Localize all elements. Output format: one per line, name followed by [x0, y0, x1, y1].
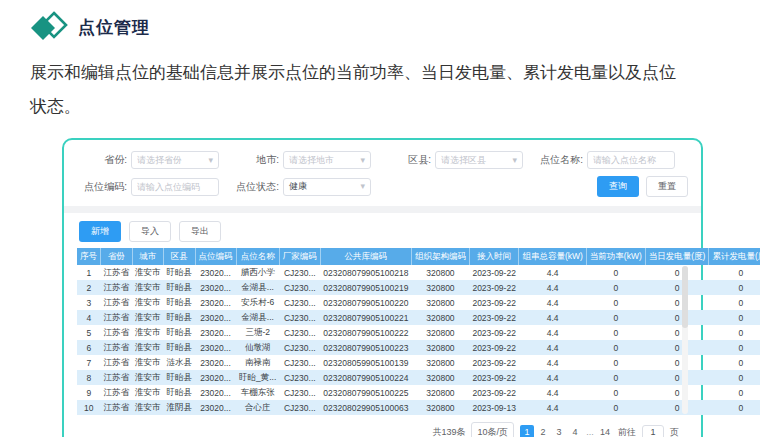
column-header: 接入时间 [469, 248, 518, 265]
table-cell: 023208029905100063 [320, 400, 411, 415]
column-header: 省份 [101, 248, 133, 265]
table-cell: 0 [645, 355, 709, 370]
table-cell: 盱眙县 [164, 310, 196, 325]
table-cell: 2023-09-22 [469, 340, 518, 355]
table-cell: 涟水县 [164, 355, 196, 370]
table-cell: 320800 [411, 340, 469, 355]
table-cell: 江苏省 [101, 280, 133, 295]
page-list: 1234...14 [520, 425, 612, 437]
table-cell: 2023-09-22 [469, 295, 518, 310]
table-cell: 2023-09-22 [469, 310, 518, 325]
city-placeholder: 请选择地市 [289, 154, 360, 167]
column-header: 点位编码 [195, 248, 236, 265]
table-cell: 023208079905100220 [320, 295, 411, 310]
table-cell: CJ230... [279, 280, 320, 295]
table-cell: 5 [77, 325, 101, 340]
chevron-down-icon: ▾ [512, 156, 517, 165]
page-number-2[interactable]: 2 [536, 425, 550, 437]
pagination: 共139条 10条/页 1234...14 前往 页 [77, 422, 688, 437]
column-header: 点位名称 [236, 248, 279, 265]
table-cell: 江苏省 [101, 355, 133, 370]
table-cell: 320800 [411, 265, 469, 280]
table-cell: 盱眙县 [164, 280, 196, 295]
point-code-input[interactable] [131, 178, 219, 196]
province-placeholder: 请选择省份 [137, 154, 208, 167]
table-cell: 淮安市 [132, 340, 164, 355]
column-header: 厂家编码 [279, 248, 320, 265]
column-header: 序号 [77, 248, 101, 265]
table-cell: 9 [77, 385, 101, 400]
table-cell: 0 [709, 280, 760, 295]
search-button[interactable]: 查询 [597, 176, 639, 197]
table-cell: 023208079905100218 [320, 265, 411, 280]
filter-city: 地市: 请选择地市 ▾ [229, 151, 371, 169]
column-header: 城市 [132, 248, 164, 265]
double-diamond-icon [28, 10, 68, 44]
table-cell: 2023-09-13 [469, 400, 518, 415]
table-cell: CJ230... [279, 340, 320, 355]
goto-page-input[interactable] [642, 425, 664, 437]
page-size-select[interactable]: 10条/页 [471, 422, 514, 437]
table-cell: 2023-09-22 [469, 280, 518, 295]
table-cell: 江苏省 [101, 310, 133, 325]
table-cell: 淮安市 [132, 325, 164, 340]
point-name-input[interactable] [587, 151, 675, 169]
column-header: 组织架构编码 [411, 248, 469, 265]
filter-area: 省份: 请选择省份 ▾ 地市: 请选择地市 ▾ 区县: 请选择区县 ▾ 点位名称… [77, 151, 688, 197]
city-label: 地市: [229, 153, 279, 167]
add-button[interactable]: 新增 [79, 221, 121, 242]
district-select[interactable]: 请选择区县 ▾ [435, 151, 523, 169]
table-row: 3江苏省淮安市盱眙县23020...安乐村-6CJ230...023208079… [77, 295, 760, 310]
table-cell: 23020... [195, 295, 236, 310]
table-cell: 023208079905100219 [320, 280, 411, 295]
table-cell: 4.4 [519, 400, 586, 415]
table-cell: 0 [645, 325, 709, 340]
table-cell: 0 [709, 265, 760, 280]
table-cell: 23020... [195, 310, 236, 325]
reset-button[interactable]: 重置 [646, 176, 688, 197]
city-select[interactable]: 请选择地市 ▾ [283, 151, 371, 169]
province-select[interactable]: 请选择省份 ▾ [131, 151, 219, 169]
table-cell: 三塘-2 [236, 325, 279, 340]
column-header: 公共库编码 [320, 248, 411, 265]
column-header: 当日发电量(度) [645, 248, 709, 265]
table-cell: 320800 [411, 400, 469, 415]
table-cell: 023208059905100139 [320, 355, 411, 370]
point-status-select[interactable]: 健康 ▾ [283, 178, 371, 196]
table-row: 6江苏省淮安市盱眙县23020...仙墩湖CJ230...02320807990… [77, 340, 760, 355]
table-cell: 车棚东张 [236, 385, 279, 400]
table-cell: CJ230... [279, 325, 320, 340]
table-scrollbar[interactable] [682, 266, 688, 414]
district-label: 区县: [381, 153, 431, 167]
table-row: 9江苏省淮安市盱眙县23020...车棚东张CJ230...0232080799… [77, 385, 760, 400]
chevron-down-icon: ▾ [360, 156, 365, 165]
table-cell: 4.4 [519, 370, 586, 385]
page-number-3[interactable]: 3 [552, 425, 566, 437]
table-cell: 淮安市 [132, 310, 164, 325]
table-cell: 0 [645, 295, 709, 310]
import-button[interactable]: 导入 [129, 221, 171, 242]
table-cell: 0 [709, 355, 760, 370]
table-cell: 0 [586, 340, 645, 355]
page-description: 展示和编辑点位的基础信息并展示点位的当前功率、当日发电量、累计发电量以及点位状态… [30, 56, 686, 124]
scrollbar-thumb[interactable] [682, 266, 688, 328]
chevron-down-icon: ▾ [208, 156, 213, 165]
export-button[interactable]: 导出 [179, 221, 221, 242]
table-cell: 023208079905100225 [320, 385, 411, 400]
table-cell: 江苏省 [101, 265, 133, 280]
table-cell: 江苏省 [101, 400, 133, 415]
page-number-4[interactable]: 4 [568, 425, 582, 437]
page-number-14[interactable]: 14 [598, 425, 612, 437]
table-cell: 0 [709, 385, 760, 400]
province-label: 省份: [77, 153, 127, 167]
table-wrap: 序号省份城市区县点位编码点位名称厂家编码公共库编码组织架构编码接入时间组串总容量… [77, 248, 688, 415]
table-body: 1江苏省淮安市盱眙县23020...腊西小学CJ230...0232080799… [77, 265, 760, 415]
point-status-label: 点位状态: [229, 180, 279, 194]
table-cell: 4.4 [519, 355, 586, 370]
table-cell: 0 [586, 310, 645, 325]
table-cell: 0 [586, 370, 645, 385]
chevron-down-icon: ▾ [360, 182, 365, 191]
table-cell: 0 [586, 265, 645, 280]
page-number-1[interactable]: 1 [520, 425, 534, 437]
table-cell: 盱眙县 [164, 340, 196, 355]
